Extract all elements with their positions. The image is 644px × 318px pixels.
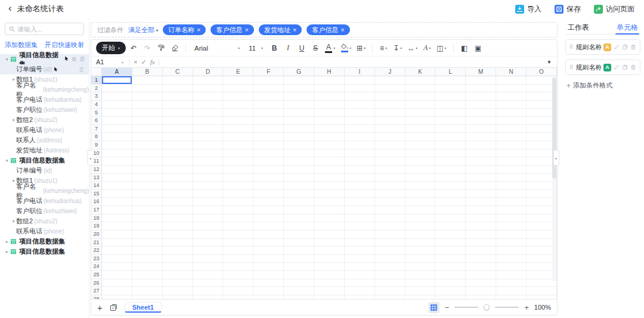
rule-card[interactable]: ⠿规则名称名A [565,60,640,75]
grid-cell[interactable] [193,222,224,230]
grid-cell[interactable] [163,92,193,101]
add-sheet-button[interactable]: + [97,303,103,312]
tree-item-shuzu2[interactable]: ▾数组2(shuzu2) [0,115,89,125]
clear-format-icon[interactable] [169,42,181,54]
grid-cell[interactable] [345,76,375,85]
grid-cell[interactable] [284,76,314,85]
grid-cell[interactable] [314,279,345,288]
grid-cell[interactable] [435,214,466,223]
column-header[interactable]: K [405,68,436,76]
grid-cell[interactable] [102,76,132,85]
grid-cell[interactable] [466,182,496,190]
grid-cell[interactable] [496,141,527,149]
grid-cell[interactable] [405,222,436,230]
row-header[interactable]: 26 [91,279,102,288]
grid-cell[interactable] [223,166,253,174]
grid-cell[interactable] [223,190,253,198]
grid-cell[interactable] [314,295,345,299]
grid-cell[interactable] [163,157,193,166]
grid-cell[interactable] [163,166,193,174]
grid-cell[interactable] [284,239,314,247]
grid-cell[interactable] [314,149,345,158]
grid-cell[interactable] [345,125,375,133]
grid-cell[interactable] [132,92,163,101]
row-header[interactable]: 21 [91,239,102,247]
grid-cell[interactable] [405,149,436,158]
grid-cell[interactable] [163,149,193,158]
grid-cell[interactable] [466,141,496,149]
grid-cell[interactable] [223,247,253,255]
tree-item-Address[interactable]: 发货地址(Address) [0,145,89,155]
grid-cell[interactable] [345,190,375,198]
grid-cell[interactable] [375,117,405,125]
grid-cell[interactable] [284,109,314,117]
font-size-select[interactable]: 11▾ [245,42,267,54]
pencil-icon[interactable] [614,64,620,70]
grid-cell[interactable] [496,174,527,182]
row-header[interactable]: 13 [91,174,102,182]
grid-cell[interactable] [435,149,466,158]
column-header[interactable]: H [314,68,345,76]
grid-cell[interactable] [284,198,314,206]
grid-cell[interactable] [345,92,375,101]
grid-cell[interactable] [163,255,193,263]
grid-cell[interactable] [466,101,496,109]
borders-button[interactable]: ⊞▾ [355,42,367,54]
sheet-tab[interactable]: Sheet1 [125,302,162,313]
grid-cell[interactable] [314,141,345,149]
grid-cell[interactable] [132,247,163,255]
grid-cell[interactable] [102,206,132,214]
visit-page-button[interactable]: 访问页面 [594,4,634,14]
grid-cell[interactable] [314,287,345,295]
grid-cell[interactable] [284,125,314,133]
filter-tag[interactable]: 发货地址× [259,24,302,35]
grid-cell[interactable] [284,174,314,182]
save-button[interactable]: 保存 [555,4,581,14]
grid-cell[interactable] [405,230,436,239]
grid-cell[interactable] [193,247,224,255]
grid-cell[interactable] [466,239,496,247]
row-header[interactable]: 15 [91,190,102,198]
column-header[interactable]: E [223,68,253,76]
grid-cell[interactable] [345,166,375,174]
tree-item-kehudianhua[interactable]: 客户电话(kehudianhua) [0,95,89,105]
grid-cell[interactable] [193,214,224,223]
grid-cell[interactable] [435,287,466,295]
caret-down-icon[interactable]: ▾ [11,118,16,123]
freeze-panes-button[interactable]: ◧ [459,42,470,54]
row-header[interactable]: 20 [91,230,102,239]
grid-cell[interactable] [102,247,132,255]
pencil-icon[interactable] [614,44,620,50]
row-header[interactable]: 14 [91,182,102,190]
grid-cell[interactable] [284,214,314,223]
grid-cell[interactable] [405,239,436,247]
grid-cell[interactable] [253,182,284,190]
grid-cell[interactable] [466,287,496,295]
grid-cell[interactable] [253,263,284,271]
grid-cell[interactable] [102,214,132,223]
grid-cell[interactable] [375,190,405,198]
grid-cell[interactable] [193,279,224,288]
grid-cell[interactable] [102,255,132,263]
grid-cell[interactable] [223,109,253,117]
grid-cell[interactable] [253,271,284,279]
grid-cell[interactable] [132,239,163,247]
grid-cell[interactable] [466,198,496,206]
grid-cell[interactable] [405,263,436,271]
tree-item-id[interactable]: 订单编号(id) [0,64,89,74]
grid-cell[interactable] [223,263,253,271]
rule-card[interactable]: ⠿规则名称名A [565,39,640,55]
grid-cell[interactable] [253,125,284,133]
column-header[interactable]: B [132,68,163,76]
grid-cell[interactable] [466,214,496,223]
grid-cell[interactable] [405,133,436,141]
grid-cell[interactable] [405,85,436,93]
grid-cell[interactable] [435,222,466,230]
grid-cell[interactable] [496,255,527,263]
caret-down-icon[interactable]: ▾ [11,77,16,82]
column-header[interactable]: O [527,68,557,76]
grid-cell[interactable] [132,133,163,141]
grid-cell[interactable] [223,271,253,279]
zoom-slider-handle[interactable] [484,304,490,310]
back-icon[interactable]: ‹ [8,2,12,14]
